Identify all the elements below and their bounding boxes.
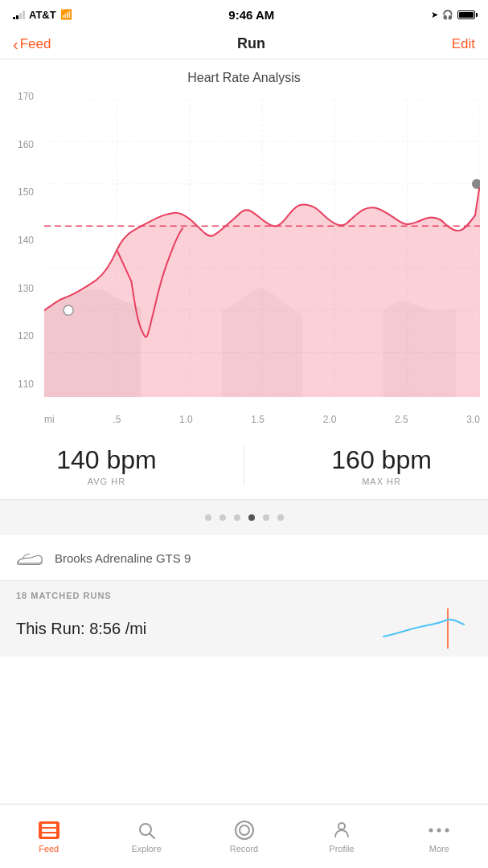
svg-point-25 <box>445 828 449 832</box>
avg-hr-label: AVG HR <box>56 477 157 486</box>
x-label-1.5: 1.5 <box>251 414 265 425</box>
svg-point-23 <box>429 828 433 832</box>
stats-row: 140 bpm AVG HR 160 bpm MAX HR <box>0 429 488 500</box>
tab-profile-label: Profile <box>329 844 354 854</box>
explore-icon <box>136 820 157 841</box>
status-right: ➤ 🎧 <box>431 10 475 20</box>
max-hr-label: MAX HR <box>331 477 432 486</box>
matched-label: 18 MATCHED RUNS <box>16 591 472 600</box>
x-label-mi: mi <box>44 414 55 425</box>
x-label-2.5: 2.5 <box>395 414 408 425</box>
tab-feed[interactable]: Feed <box>0 813 97 860</box>
mini-chart <box>375 608 472 649</box>
max-hr-stat: 160 bpm MAX HR <box>331 445 432 486</box>
tab-feed-label: Feed <box>39 844 59 854</box>
matched-section: 18 MATCHED RUNS This Run: 8:56 /mi <box>0 581 488 657</box>
dot-6 <box>277 514 284 521</box>
x-label-2.0: 2.0 <box>323 414 337 425</box>
svg-point-20 <box>236 821 253 839</box>
y-label-120: 120 <box>0 331 40 341</box>
y-label-110: 110 <box>0 379 40 389</box>
headphone-icon: 🎧 <box>442 10 453 20</box>
y-label-140: 140 <box>0 235 40 245</box>
tab-record[interactable]: Record <box>195 813 293 860</box>
wifi-icon: 📶 <box>60 9 72 20</box>
edit-button[interactable]: Edit <box>452 36 475 52</box>
page-title: Run <box>237 35 265 52</box>
max-hr-value: 160 bpm <box>331 445 432 475</box>
dot-1 <box>205 514 211 521</box>
dot-3 <box>234 514 240 521</box>
this-run-row: This Run: 8:56 /mi <box>16 600 472 657</box>
tab-explore[interactable]: Explore <box>97 813 195 860</box>
y-label-130: 130 <box>0 284 40 293</box>
svg-point-15 <box>472 179 480 189</box>
shoe-row: Brooks Adrenaline GTS 9 <box>0 535 488 581</box>
dot-5 <box>263 514 269 521</box>
tab-explore-label: Explore <box>131 844 161 854</box>
y-axis: 170 160 150 140 130 120 110 <box>0 92 40 389</box>
more-icon <box>429 820 449 841</box>
y-label-170: 170 <box>0 92 40 101</box>
tab-record-label: Record <box>230 844 258 854</box>
svg-point-22 <box>338 823 345 829</box>
battery-icon <box>457 10 475 19</box>
x-label-0.5: .5 <box>113 414 121 425</box>
chart-title: Heart Rate Analysis <box>0 59 488 92</box>
x-label-1.0: 1.0 <box>179 414 193 425</box>
heart-rate-section: Heart Rate Analysis 170 160 150 140 130 … <box>0 59 488 429</box>
profile-icon <box>331 820 352 841</box>
chart-area <box>44 100 480 397</box>
chart-container: 170 160 150 140 130 120 110 <box>0 92 488 429</box>
feed-icon <box>39 820 59 841</box>
chevron-left-icon: ‹ <box>13 36 18 52</box>
shoe-name: Brooks Adrenaline GTS 9 <box>55 551 191 565</box>
record-icon <box>234 820 255 841</box>
y-label-150: 150 <box>0 187 40 197</box>
this-run-text: This Run: 8:56 /mi <box>16 620 146 638</box>
back-label: Feed <box>20 36 51 52</box>
shoe-icon <box>16 548 43 567</box>
x-label-3.0: 3.0 <box>466 414 480 425</box>
page-dots <box>0 500 488 535</box>
tab-more[interactable]: More <box>391 813 488 860</box>
avg-hr-value: 140 bpm <box>56 445 157 475</box>
back-button[interactable]: ‹ Feed <box>13 36 51 52</box>
y-label-160: 160 <box>0 140 40 149</box>
x-axis: mi .5 1.0 1.5 2.0 2.5 3.0 <box>44 414 480 425</box>
dot-4-active <box>248 514 255 521</box>
signal-icon <box>13 10 25 19</box>
avg-hr-stat: 140 bpm AVG HR <box>56 445 157 486</box>
tab-bar: Feed Explore Record Profile <box>0 804 488 868</box>
time-display: 9:46 AM <box>228 8 274 22</box>
stat-divider <box>244 446 244 486</box>
location-icon: ➤ <box>431 10 438 20</box>
heart-rate-chart <box>44 100 480 397</box>
nav-header: ‹ Feed Run Edit <box>0 29 488 59</box>
svg-line-19 <box>150 833 155 838</box>
svg-point-16 <box>64 305 73 315</box>
status-left: AT&T 📶 <box>13 9 72 21</box>
dot-2 <box>219 514 226 521</box>
svg-point-24 <box>437 828 441 832</box>
tab-more-label: More <box>429 844 449 854</box>
tab-profile[interactable]: Profile <box>293 813 390 860</box>
status-bar: AT&T 📶 9:46 AM ➤ 🎧 <box>0 0 488 29</box>
carrier-label: AT&T <box>29 9 56 21</box>
svg-point-21 <box>240 825 249 835</box>
